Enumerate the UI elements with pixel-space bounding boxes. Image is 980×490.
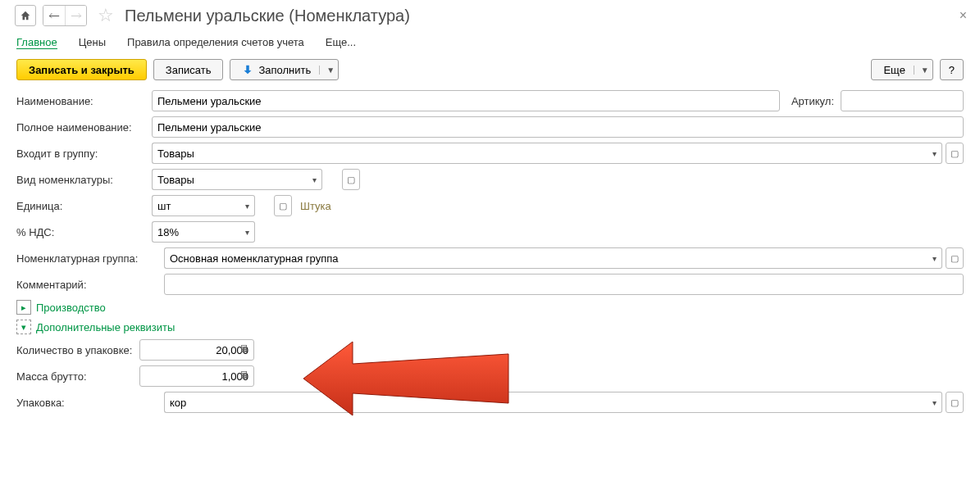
nav-group: 🡐 🡒 (43, 5, 87, 26)
kind-input[interactable] (152, 169, 308, 190)
label-article: Артикул: (791, 95, 834, 107)
chevron-down-icon: ▼ (914, 66, 929, 75)
vat-dropdown-button[interactable]: ▾ (240, 221, 255, 243)
nom-group-combo: ▾ (164, 247, 942, 269)
group-dropdown-button[interactable]: ▾ (928, 143, 942, 164)
save-close-button[interactable]: Записать и закрыть (16, 59, 147, 80)
more-button-label: Еще (883, 64, 905, 76)
kind-combo: ▾ (152, 169, 339, 190)
group-combo: ▾ (152, 143, 942, 164)
close-button[interactable]: × (959, 8, 967, 23)
group-input[interactable] (152, 143, 928, 164)
label-name: Наименование: (16, 95, 152, 107)
gross-input[interactable] (139, 365, 254, 387)
group-open-button[interactable]: ▢ (946, 143, 964, 164)
kind-open-button[interactable]: ▢ (342, 169, 360, 190)
tab-main[interactable]: Главное (16, 36, 57, 49)
calculator-icon[interactable]: 🖩 (239, 343, 249, 355)
package-combo: ▾ (164, 392, 942, 413)
package-open-button[interactable]: ▢ (946, 392, 964, 413)
unit-input[interactable] (152, 195, 240, 216)
help-button[interactable]: ? (940, 59, 964, 80)
fill-icon (242, 64, 253, 75)
section-additional-label: Дополнительные реквизиты (36, 321, 175, 333)
label-unit: Единица: (16, 200, 152, 212)
label-package: Упаковка: (16, 397, 164, 409)
vat-combo: ▾ (152, 221, 257, 243)
calculator-icon[interactable]: 🖩 (239, 370, 249, 381)
chevron-right-icon: ▸ (16, 300, 31, 315)
label-gross: Масса брутто: (16, 370, 139, 383)
unit-dropdown-button[interactable]: ▾ (240, 195, 255, 216)
label-full-name: Полное наименование: (16, 121, 152, 134)
tab-prices[interactable]: Цены (79, 36, 106, 49)
chevron-down-icon: ▼ (319, 66, 335, 75)
chevron-down-icon: ▾ (16, 320, 31, 334)
fill-button[interactable]: Заполнить ▼ (230, 59, 339, 80)
unit-open-button[interactable]: ▢ (274, 195, 292, 216)
full-name-input[interactable] (152, 116, 964, 138)
name-input[interactable] (152, 90, 780, 111)
page-title: Пельмени уральские (Номенклатура) (125, 7, 410, 25)
nom-group-input[interactable] (164, 247, 928, 269)
favorite-star-icon[interactable]: ☆ (97, 7, 115, 25)
nom-group-dropdown-button[interactable]: ▾ (928, 247, 942, 269)
vat-input[interactable] (152, 221, 240, 243)
save-button[interactable]: Записать (153, 59, 224, 80)
nom-group-open-button[interactable]: ▢ (946, 247, 964, 269)
label-kind: Вид номенклатуры: (16, 174, 152, 186)
section-production[interactable]: ▸ Производство (16, 300, 964, 315)
comment-input[interactable] (164, 274, 964, 295)
forward-button[interactable]: 🡒 (65, 6, 86, 25)
qty-pack-input[interactable] (139, 339, 254, 361)
unit-hint: Штука (300, 200, 331, 212)
tab-accounts[interactable]: Правила определения счетов учета (127, 36, 304, 49)
tab-bar: Главное Цены Правила определения счетов … (0, 26, 980, 56)
back-button[interactable]: 🡐 (43, 6, 65, 25)
kind-dropdown-button[interactable]: ▾ (308, 169, 322, 190)
label-vat: % НДС: (16, 226, 152, 238)
article-input[interactable] (841, 90, 964, 111)
home-button[interactable] (15, 5, 36, 26)
package-dropdown-button[interactable]: ▾ (928, 392, 942, 413)
label-group: Входит в группу: (16, 147, 152, 160)
more-button[interactable]: Еще ▼ (871, 59, 932, 80)
fill-button-label: Заполнить (258, 64, 311, 76)
unit-combo: ▾ (152, 195, 271, 216)
label-qty-pack: Количество в упаковке: (16, 344, 139, 356)
tab-more[interactable]: Еще... (326, 36, 356, 49)
section-additional[interactable]: ▾ Дополнительные реквизиты (16, 320, 964, 334)
section-production-label: Производство (36, 302, 106, 314)
label-comment: Комментарий: (16, 279, 164, 291)
label-nom-group: Номенклатурная группа: (16, 252, 164, 265)
package-input[interactable] (164, 392, 928, 413)
